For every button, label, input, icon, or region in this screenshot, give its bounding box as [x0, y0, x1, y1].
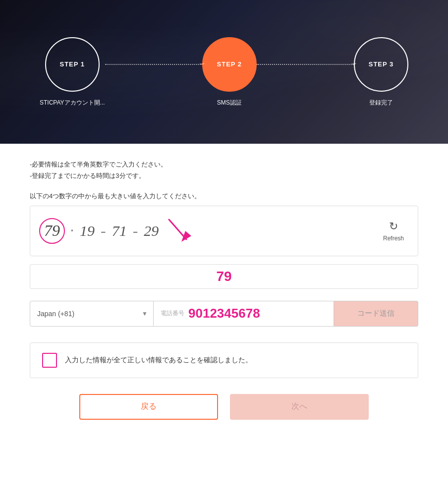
step-1: STEP 1 STICPAYアカウント開... [40, 37, 105, 107]
steps-container: STEP 1 STICPAYアカウント開... STEP 2 SMS認証 STE… [0, 37, 448, 107]
confirm-checkbox[interactable] [42, 353, 57, 368]
step-3-label: 登録完了 [369, 99, 393, 107]
captcha-answer-input[interactable] [40, 269, 408, 284]
phone-label: 電話番号 [161, 309, 184, 318]
confirm-text: 入力した情報が全て正しい情報であることを確認しました。 [65, 356, 252, 365]
phone-input-wrapper: 電話番号 [154, 301, 334, 327]
captcha-separator-1: · [70, 222, 74, 240]
info-line-1: -必要情報は全て半角英数字でご入力ください。 [30, 159, 418, 170]
info-line-2: -登録完了までにかかる時間は3分です。 [30, 170, 418, 181]
instruction-text: 以下の4つ数字の中から最も大きい値を入力してください。 [30, 192, 418, 201]
next-button[interactable]: 次へ [230, 394, 369, 420]
captcha-num-79: 79 [40, 222, 64, 240]
refresh-button[interactable]: ↻ Refresh [379, 216, 408, 246]
step-2-number: STEP 2 [217, 60, 242, 68]
step-1-number: STEP 1 [60, 60, 85, 68]
captcha-value-79: 79 [40, 222, 64, 240]
captcha-box: 79 · 19 - 71 - 29 ↻ Refresh [30, 206, 418, 256]
step-3: STEP 3 登録完了 [354, 37, 408, 107]
button-row: 戻る 次へ [30, 394, 418, 420]
step-2-label: SMS認証 [217, 99, 242, 107]
answer-input-box [30, 264, 418, 289]
refresh-icon: ↻ [389, 220, 398, 233]
step-3-number: STEP 3 [369, 60, 394, 68]
captcha-value-71: 71 [112, 223, 127, 239]
back-button[interactable]: 戻る [79, 394, 218, 420]
step-2-circle: STEP 2 [202, 37, 257, 92]
country-select-wrapper: Japan (+81) United States (+1) China (+8… [30, 301, 154, 327]
hero-section: STEP 1 STICPAYアカウント開... STEP 2 SMS認証 STE… [0, 0, 448, 144]
step-3-circle: STEP 3 [354, 37, 408, 92]
phone-row: Japan (+81) United States (+1) China (+8… [30, 301, 418, 327]
captcha-value-19: 19 [80, 223, 95, 239]
captcha-arrow [167, 217, 191, 244]
captcha-numbers: 79 · 19 - 71 - 29 [40, 217, 191, 244]
main-content: -必要情報は全て半角英数字でご入力ください。 -登録完了までにかかる時間は3分で… [0, 144, 448, 503]
step-connector-2 [257, 64, 354, 65]
refresh-label: Refresh [383, 235, 404, 242]
phone-input[interactable] [188, 306, 327, 321]
send-code-button[interactable]: コード送信 [334, 301, 418, 327]
step-1-label: STICPAYアカウント開... [40, 99, 105, 107]
captcha-separator-3: - [133, 222, 138, 240]
captcha-value-29: 29 [144, 223, 159, 239]
info-text: -必要情報は全て半角英数字でご入力ください。 -登録完了までにかかる時間は3分で… [30, 159, 418, 182]
step-connector-1 [105, 64, 202, 65]
confirm-box: 入力した情報が全て正しい情報であることを確認しました。 [30, 342, 418, 378]
step-2: STEP 2 SMS認証 [202, 37, 257, 107]
step-1-circle: STEP 1 [45, 37, 100, 92]
captcha-separator-2: - [101, 222, 106, 240]
country-select[interactable]: Japan (+81) United States (+1) China (+8… [30, 301, 154, 327]
